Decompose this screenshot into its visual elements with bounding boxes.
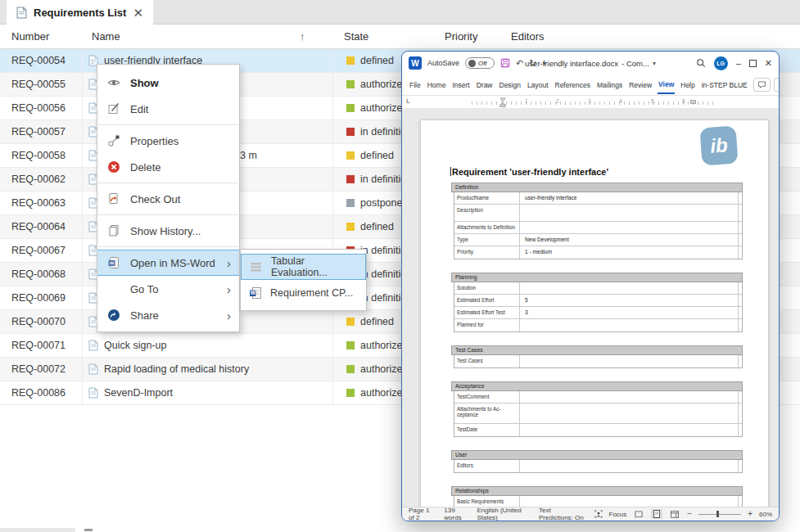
blank-icon: [107, 282, 120, 295]
word-count[interactable]: 139 words: [444, 507, 468, 521]
status-right: Focus − + 60%: [594, 509, 773, 519]
column-header-name[interactable]: Name: [92, 25, 120, 49]
right-indent-marker-icon[interactable]: [690, 100, 696, 104]
zoom-level[interactable]: 60%: [759, 511, 772, 518]
editing-mode-button[interactable]: ▾: [774, 78, 780, 92]
column-header-state[interactable]: State: [344, 25, 368, 49]
autosave-toggle[interactable]: Off: [465, 57, 495, 69]
sort-ascending-icon[interactable]: ↑: [300, 25, 305, 49]
maximize-icon[interactable]: [749, 60, 757, 67]
title-caret-icon[interactable]: ▾: [653, 60, 656, 67]
print-layout-button[interactable]: [651, 509, 662, 519]
user-avatar[interactable]: LG: [714, 56, 728, 70]
word-status-bar: Page 1 of 2 139 words English (United St…: [402, 507, 779, 521]
language-indicator[interactable]: English (United States): [477, 507, 530, 521]
state-label: defined: [360, 144, 394, 167]
cell-number: REQ-00057: [11, 120, 66, 143]
cell-number: REQ-00071: [11, 334, 66, 357]
word-document-icon: W: [249, 286, 262, 300]
ribbon-tab-view[interactable]: View: [658, 76, 675, 94]
comment-icon: [757, 80, 766, 89]
focus-label[interactable]: Focus: [609, 511, 627, 518]
menu-item-show-history[interactable]: Show History...: [97, 218, 239, 244]
page-indicator[interactable]: Page 1 of 2: [409, 507, 435, 521]
ribbon-tab-design[interactable]: Design: [499, 77, 522, 93]
menu-item-show[interactable]: Show: [97, 70, 239, 96]
state-color-square: [346, 223, 355, 231]
ruler-number: 1: [525, 98, 528, 104]
list-icon: [250, 260, 263, 273]
minimize-icon[interactable]: –: [736, 59, 741, 68]
submenu-item-tabular-evaluation[interactable]: Tabular Evaluation...: [241, 254, 366, 280]
save-icon[interactable]: [500, 58, 510, 68]
state-color-square: [346, 175, 355, 183]
cell-number: REQ-00064: [11, 215, 66, 238]
menu-item-go-to[interactable]: Go To ›: [97, 276, 239, 302]
tab-requirements-list[interactable]: Requirements List ✕: [7, 0, 153, 25]
menu-item-check-out[interactable]: Check Out: [97, 186, 239, 212]
zoom-slider-handle[interactable]: [716, 511, 719, 517]
cell-name: Quick sign-up: [82, 334, 332, 357]
ribbon-tab-references[interactable]: References: [554, 77, 591, 93]
zoom-out-icon[interactable]: −: [687, 510, 692, 518]
ribbon-tab-mailings[interactable]: Mailings: [596, 77, 623, 93]
ribbon-tab-layout[interactable]: Layout: [527, 77, 549, 93]
column-header-priority[interactable]: Priority: [445, 25, 477, 49]
section-header: Relationships: [451, 486, 743, 496]
ribbon-tab-draw[interactable]: Draw: [476, 77, 494, 93]
zoom-in-icon[interactable]: +: [748, 510, 753, 518]
history-icon: [107, 224, 120, 237]
cell-number: REQ-00062: [11, 168, 66, 191]
ruler-number: 5: [651, 98, 654, 104]
section-header: User: [451, 450, 743, 460]
ribbon-tab-review[interactable]: Review: [628, 77, 653, 93]
document-title: user-friendly interface.docx - Com... ▾: [525, 52, 656, 74]
submenu-arrow-icon: ›: [227, 283, 231, 295]
submenu-arrow-icon: ›: [227, 257, 231, 269]
word-title-bar: W AutoSave Off ↶ ↻ ▾ user-friendly inter…: [402, 52, 779, 74]
ruler-number: 3: [588, 98, 591, 104]
menu-item-edit[interactable]: Edit: [97, 96, 239, 122]
submenu-item-requirement-cp[interactable]: W Requirement CP...: [241, 280, 366, 306]
text-predictions-indicator[interactable]: Text Predictions: On: [539, 507, 585, 521]
menu-item-properties[interactable]: Properties: [97, 128, 239, 154]
web-layout-button[interactable]: [669, 509, 680, 519]
read-mode-button[interactable]: [633, 509, 644, 519]
undo-icon[interactable]: ↶: [516, 59, 523, 68]
comments-button[interactable]: [753, 78, 771, 92]
menu-separator: [98, 214, 238, 215]
app-window: Requirements List ✕ Number Name ↑ State …: [0, 0, 800, 532]
close-window-icon[interactable]: ✕: [765, 59, 772, 68]
search-icon[interactable]: [696, 58, 706, 68]
ribbon-tab-home[interactable]: Home: [427, 77, 447, 93]
ruler: L 1 2 3 4 5 6: [402, 96, 779, 109]
document-sections: Definition ProductNameuser-friendly inte…: [451, 183, 743, 507]
zoom-slider[interactable]: [698, 510, 741, 518]
section-relationships: Relationships Basic Requirements REQUIRE…: [451, 486, 743, 507]
ribbon-tab-file[interactable]: File: [409, 77, 422, 93]
ribbon-tab-in-step-blue[interactable]: in-STEP BLUE: [701, 77, 748, 93]
ribbon-tab-insert[interactable]: Insert: [451, 77, 470, 93]
menu-item-share[interactable]: Share ›: [97, 302, 239, 328]
svg-text:w: w: [109, 260, 114, 265]
edit-icon: [107, 102, 120, 115]
cell-number: REQ-00086: [11, 381, 66, 404]
menu-item-open-in-ms-word[interactable]: w Open in MS-Word ›: [97, 250, 239, 276]
state-color-square: [346, 389, 355, 397]
ruler-ticks: [472, 101, 713, 105]
state-color-square: [346, 80, 355, 88]
ribbon-tab-help[interactable]: Help: [680, 77, 695, 93]
column-divider: [82, 49, 83, 405]
document-area: ib Requirement 'user-friendly interface'…: [402, 109, 779, 507]
cell-number: REQ-00056: [11, 97, 66, 119]
requirement-doc-icon: [88, 363, 98, 375]
document-page[interactable]: ib Requirement 'user-friendly interface'…: [420, 119, 769, 507]
column-header-number[interactable]: Number: [11, 25, 49, 49]
menu-item-delete[interactable]: Delete: [97, 154, 239, 180]
state-color-square: [346, 199, 355, 207]
state-color-square: [346, 341, 355, 349]
close-tab-icon[interactable]: ✕: [133, 7, 143, 19]
indent-marker-icon[interactable]: [499, 97, 506, 107]
tab-stop-selector-icon[interactable]: L: [406, 97, 410, 105]
column-header-editors[interactable]: Editors: [511, 25, 544, 49]
